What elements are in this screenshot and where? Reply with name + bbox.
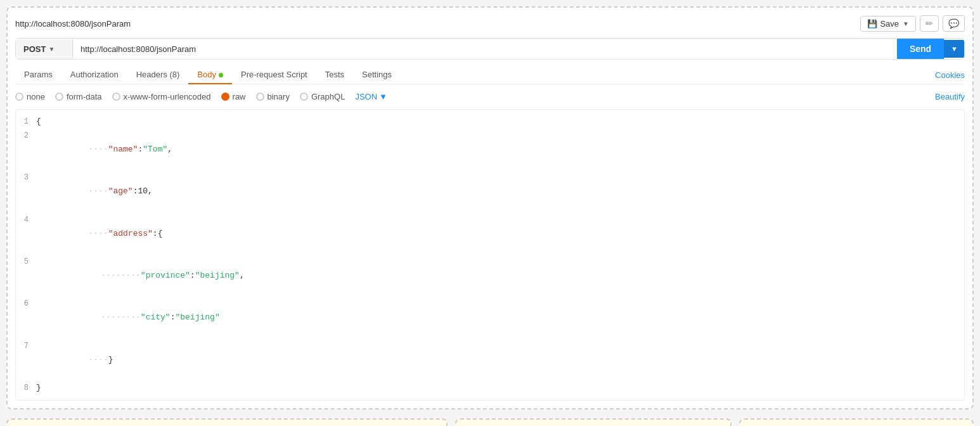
method-label: POST	[23, 44, 46, 54]
comment-button[interactable]: 💬	[943, 15, 965, 32]
key-city: "city"	[141, 313, 171, 322]
line-content-4: ····"address":{	[36, 213, 964, 255]
radio-urlencoded-label: x-www-form-urlencoded	[124, 92, 211, 101]
url-bar-row: http://localhost:8080/jsonParam 💾 Save ▼…	[15, 15, 965, 32]
line-content-7: ····}	[36, 339, 964, 381]
code-line-5: 5 ········"province":"beijing",	[16, 255, 964, 297]
code-line-3: 3 ····"age":10,	[16, 171, 964, 212]
key-address: "address"	[108, 229, 153, 238]
radio-raw-label: raw	[233, 92, 246, 101]
radio-urlencoded[interactable]: x-www-form-urlencoded	[112, 92, 211, 101]
tab-authorization[interactable]: Authorization	[61, 66, 127, 84]
save-icon: 💾	[867, 19, 877, 29]
radio-binary-circle	[256, 93, 264, 101]
line-num-3: 3	[16, 171, 36, 184]
line-num-1: 1	[16, 115, 36, 128]
code-line-4: 4 ····"address":{	[16, 213, 964, 255]
code-line-7: 7 ····}	[16, 339, 964, 381]
tab-params[interactable]: Params	[15, 66, 61, 84]
key-age: "age"	[108, 186, 133, 196]
line-num-6: 6	[16, 297, 36, 310]
method-select[interactable]: POST ▼	[16, 39, 73, 59]
json-format-select[interactable]: JSON ▼	[355, 92, 387, 101]
cookies-link[interactable]: Cookies	[935, 67, 965, 84]
edit-button[interactable]: ✏	[920, 15, 939, 32]
json-format-label: JSON	[355, 92, 377, 101]
request-row: POST ▼ Send ▼	[15, 38, 965, 60]
radio-graphql-circle	[300, 93, 308, 101]
radio-none-circle	[15, 93, 23, 101]
tab-body[interactable]: Body	[188, 66, 232, 84]
code-line-6: 6 ········"city":"beijing"	[16, 297, 964, 339]
code-editor[interactable]: 1 { 2 ····"name":"Tom", 3 ····"age":10, …	[15, 109, 965, 401]
send-button[interactable]: Send	[897, 39, 944, 59]
line-num-8: 8	[16, 382, 36, 394]
radio-binary[interactable]: binary	[256, 92, 290, 101]
radio-urlencoded-circle	[112, 93, 120, 101]
line-content-6: ········"city":"beijing"	[36, 297, 964, 339]
close-brace-7: }	[108, 355, 113, 365]
tab-headers[interactable]: Headers (8)	[127, 66, 189, 84]
json-format-arrow: ▼	[379, 92, 387, 101]
body-dot	[219, 73, 223, 77]
key-province: "province"	[141, 271, 190, 280]
line-content-2: ····"name":"Tom",	[36, 129, 964, 171]
tab-settings[interactable]: Settings	[353, 66, 401, 84]
top-actions: 💾 Save ▼ ✏ 💬	[860, 15, 965, 32]
radio-form-data-label: form-data	[67, 92, 102, 101]
radio-binary-label: binary	[268, 92, 290, 101]
radio-graphql-label: GraphQL	[311, 92, 345, 101]
line-content-1: {	[36, 115, 964, 129]
postman-panel: http://localhost:8080/jsonParam 💾 Save ▼…	[6, 6, 974, 410]
bottom-panels: @RequestMapping("/jsonParam") public Str…	[6, 418, 974, 426]
code-line-8: 8 }	[16, 381, 964, 395]
method-dropdown-arrow: ▼	[48, 46, 55, 53]
send-dropdown-button[interactable]: ▼	[944, 40, 964, 58]
key-name: "name"	[108, 145, 138, 154]
line-content-3: ····"age":10,	[36, 171, 964, 212]
radio-form-data-circle	[55, 93, 63, 101]
save-button[interactable]: 💾 Save ▼	[860, 16, 916, 32]
edit-icon: ✏	[925, 18, 933, 29]
line-num-4: 4	[16, 214, 36, 226]
line-num-2: 2	[16, 129, 36, 142]
beautify-button[interactable]: Beautify	[935, 92, 965, 101]
radio-graphql[interactable]: GraphQL	[300, 92, 345, 101]
dots-5: ········	[101, 271, 140, 280]
url-input[interactable]	[73, 39, 897, 59]
url-display: http://localhost:8080/jsonParam	[15, 19, 860, 29]
tab-pre-request[interactable]: Pre-request Script	[232, 66, 316, 84]
dots-4: ····	[88, 229, 108, 238]
line-num-5: 5	[16, 255, 36, 268]
radio-raw-circle	[221, 93, 229, 101]
line-content-8: }	[36, 381, 964, 395]
line-content-5: ········"province":"beijing",	[36, 255, 964, 297]
tabs-row: Params Authorization Headers (8) Body Pr…	[15, 66, 965, 84]
radio-raw[interactable]: raw	[221, 92, 246, 101]
dots-2: ····	[88, 145, 108, 154]
panel-address-class: public class Address { private String pr…	[739, 418, 974, 426]
body-type-row: none form-data x-www-form-urlencoded raw…	[15, 89, 965, 104]
code-line-1: 1 {	[16, 115, 964, 129]
dots-6: ········	[101, 313, 140, 322]
radio-none[interactable]: none	[15, 92, 45, 101]
comment-icon: 💬	[948, 18, 959, 29]
code-line-2: 2 ····"name":"Tom",	[16, 129, 964, 171]
save-dropdown-arrow[interactable]: ▼	[903, 20, 909, 27]
val-name: "Tom"	[143, 145, 167, 154]
line-num-7: 7	[16, 340, 36, 352]
panel-user-class: public class User { private String name;…	[455, 418, 731, 426]
dots-3: ····	[88, 186, 108, 196]
panel-controller: @RequestMapping("/jsonParam") public Str…	[6, 418, 448, 426]
val-province: "beijing"	[195, 271, 240, 280]
radio-form-data[interactable]: form-data	[55, 92, 102, 101]
dots-7: ····	[88, 355, 108, 365]
radio-none-label: none	[27, 92, 45, 101]
val-city: "beijing"	[175, 313, 219, 322]
save-label: Save	[880, 19, 899, 29]
tab-tests[interactable]: Tests	[316, 66, 353, 84]
val-age: 10	[138, 186, 148, 196]
